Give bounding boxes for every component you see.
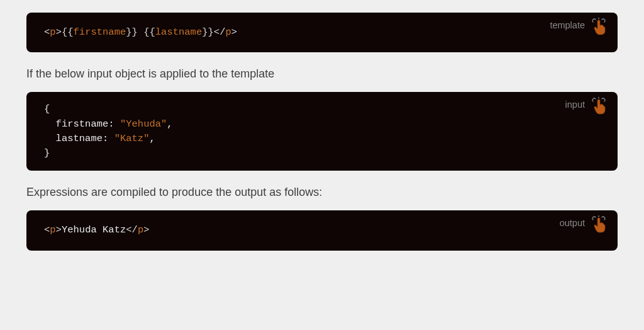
code-content: { firstname: "Yehuda", lastname: "Katz",… — [44, 102, 600, 161]
try-it-icon[interactable] — [591, 18, 606, 35]
try-it-icon[interactable] — [591, 97, 606, 115]
code-content: <p>Yehuda Katz</p> — [44, 223, 600, 237]
code-block-label: output — [560, 217, 585, 230]
try-it-icon[interactable] — [591, 215, 606, 233]
prose-paragraph-1: If the below input object is applied to … — [26, 67, 618, 81]
code-block-template: template <p>{{firstname}} {{lastname}}</… — [26, 13, 618, 52]
code-block-input: input { firstname: "Yehuda", lastname: "… — [26, 92, 618, 171]
code-block-label: input — [565, 98, 585, 112]
code-block-label: template — [550, 19, 585, 33]
code-block-output: output <p>Yehuda Katz</p> — [26, 210, 618, 250]
code-content: <p>{{firstname}} {{lastname}}</p> — [44, 25, 600, 40]
prose-paragraph-2: Expressions are compiled to produce the … — [26, 186, 618, 199]
